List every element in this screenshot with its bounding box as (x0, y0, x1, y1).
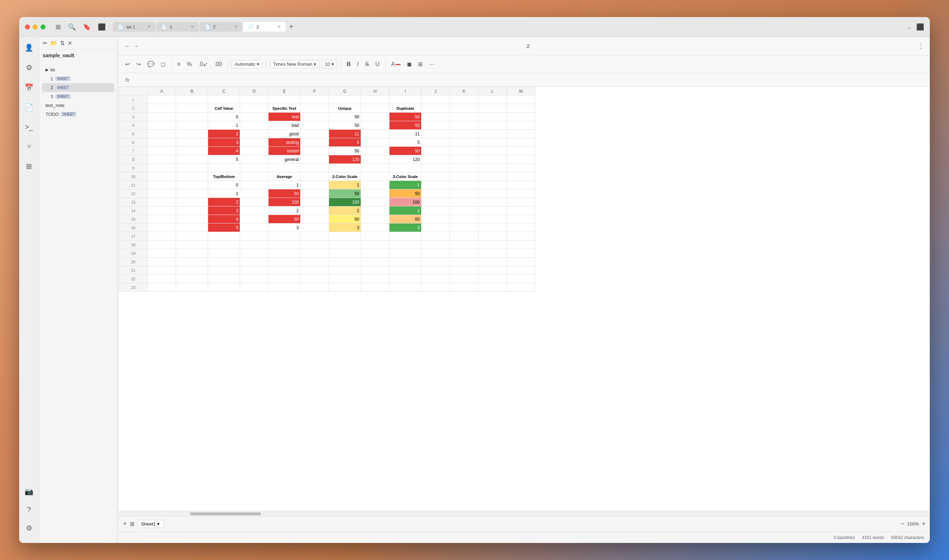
tab-1-close[interactable]: ✕ (191, 25, 194, 29)
cell-k3[interactable] (450, 112, 478, 121)
cell-c6[interactable]: 3 (208, 138, 240, 147)
cell-g7[interactable]: 50 (329, 147, 361, 155)
cell-b8[interactable] (176, 155, 208, 164)
cell-g14[interactable]: 2 (329, 206, 361, 215)
font-size-dropdown[interactable]: 10 ▾ (321, 60, 337, 68)
col-header-i[interactable]: I (389, 87, 421, 95)
cell-c12[interactable]: 1 (208, 189, 240, 198)
col-header-g[interactable]: G (329, 87, 361, 95)
format-dropdown[interactable]: Automatic ▾ (231, 60, 262, 68)
cell-c4[interactable]: 1 (208, 121, 240, 130)
cell-f4[interactable] (301, 121, 329, 130)
cell-m4[interactable] (507, 121, 535, 130)
font-family-dropdown[interactable]: Times New Roman ▾ (270, 60, 319, 68)
cell-m2[interactable] (507, 104, 535, 112)
cell-k5[interactable] (450, 130, 478, 138)
cell-f1[interactable] (301, 95, 329, 104)
cell-i13[interactable]: 100 (389, 198, 421, 206)
cell-i1[interactable] (389, 95, 421, 104)
cell-b7[interactable] (176, 147, 208, 155)
cell-k15[interactable] (450, 215, 478, 223)
cell-i7[interactable]: 50 (389, 147, 421, 155)
cell-l7[interactable] (478, 147, 507, 155)
cell-k1[interactable] (450, 95, 478, 104)
sidebar-item-sheet1[interactable]: 1 SHEET (42, 74, 114, 83)
cell-a7[interactable] (148, 147, 176, 155)
col-header-h[interactable]: H (361, 87, 389, 95)
search-icon[interactable]: 🔍 (68, 23, 76, 31)
cell-b10[interactable] (176, 172, 208, 181)
cell-a9[interactable] (148, 164, 176, 172)
cell-a16[interactable] (148, 223, 176, 232)
cell-h8[interactable] (361, 155, 389, 164)
redo-button[interactable]: ↪ (134, 59, 143, 69)
cell-d8[interactable] (240, 155, 268, 164)
cell-d14[interactable] (240, 206, 268, 215)
cell-e10[interactable]: Average (268, 172, 301, 181)
cell-m8[interactable] (507, 155, 535, 164)
cell-c16[interactable]: 5 (208, 223, 240, 232)
tab-1[interactable]: 📄 1 ✕ (156, 22, 199, 32)
minimize-button[interactable] (33, 25, 38, 29)
cell-i9[interactable] (389, 164, 421, 172)
cell-m14[interactable] (507, 206, 535, 215)
cell-g5[interactable]: 11 (329, 130, 361, 138)
sheet-container[interactable]: A B C D E F G H I J K L M (119, 87, 930, 511)
cell-e4[interactable]: bad (268, 121, 301, 130)
cell-c14[interactable]: 3 (208, 206, 240, 215)
cell-b4[interactable] (176, 121, 208, 130)
tab-2a[interactable]: 📄 2 ✕ (199, 22, 242, 32)
cell-a3[interactable] (148, 112, 176, 121)
col-header-l[interactable]: L (478, 87, 507, 95)
cell-k9[interactable] (450, 164, 478, 172)
cell-e15[interactable]: 60 (268, 215, 301, 223)
cell-h16[interactable] (361, 223, 389, 232)
cell-a10[interactable] (148, 172, 176, 181)
more-button[interactable]: ⋯ (427, 59, 437, 69)
cell-b3[interactable] (176, 112, 208, 121)
cell-b16[interactable] (176, 223, 208, 232)
decimal-increase-button[interactable]: .00 (212, 60, 224, 69)
cell-j7[interactable] (421, 147, 450, 155)
tab-aa1-close[interactable]: ✕ (147, 25, 150, 29)
cell-c13[interactable]: 2 (208, 198, 240, 206)
cell-g10[interactable]: 2-Color Scale (329, 172, 361, 181)
cell-f5[interactable] (301, 130, 329, 138)
cell-f14[interactable] (301, 206, 329, 215)
cell-m5[interactable] (507, 130, 535, 138)
cell-m16[interactable] (507, 223, 535, 232)
cell-i10[interactable]: 3-Color Scale (389, 172, 421, 181)
cell-d13[interactable] (240, 198, 268, 206)
cell-k14[interactable] (450, 206, 478, 215)
cell-j1[interactable] (421, 95, 450, 104)
chevron-down-icon[interactable]: ⌄ (907, 23, 912, 31)
cell-b9[interactable] (176, 164, 208, 172)
cell-g13[interactable]: 100 (329, 198, 361, 206)
close-button[interactable] (25, 25, 30, 29)
filter-icon[interactable]: ⇅ (60, 40, 65, 46)
cell-e2[interactable]: Specific Text (268, 104, 301, 112)
sheet-tab[interactable]: Sheet1 ▾ (137, 520, 164, 528)
tab-2a-close[interactable]: ✕ (234, 25, 237, 29)
dollar-button[interactable]: ≡ (175, 60, 182, 69)
cell-g11[interactable]: 1 (329, 181, 361, 189)
undo-button[interactable]: ↩ (123, 59, 132, 69)
pages-icon[interactable]: 📄 (22, 101, 35, 114)
cell-b1[interactable] (176, 95, 208, 104)
cell-c8[interactable]: 5 (208, 155, 240, 164)
cell-m3[interactable] (507, 112, 535, 121)
cell-g12[interactable]: 50 (329, 189, 361, 198)
cell-c7[interactable]: 4 (208, 147, 240, 155)
cell-a13[interactable] (148, 198, 176, 206)
cell-i3[interactable]: 50 (389, 112, 421, 121)
cell-m11[interactable] (507, 181, 535, 189)
cell-m15[interactable] (507, 215, 535, 223)
cell-a5[interactable] (148, 130, 176, 138)
italic-button[interactable]: I (355, 60, 361, 69)
cell-h13[interactable] (361, 198, 389, 206)
cell-d9[interactable] (240, 164, 268, 172)
cell-h1[interactable] (361, 95, 389, 104)
underline-button[interactable]: U (373, 60, 382, 69)
font-color-button[interactable]: A (389, 60, 403, 69)
cell-k13[interactable] (450, 198, 478, 206)
